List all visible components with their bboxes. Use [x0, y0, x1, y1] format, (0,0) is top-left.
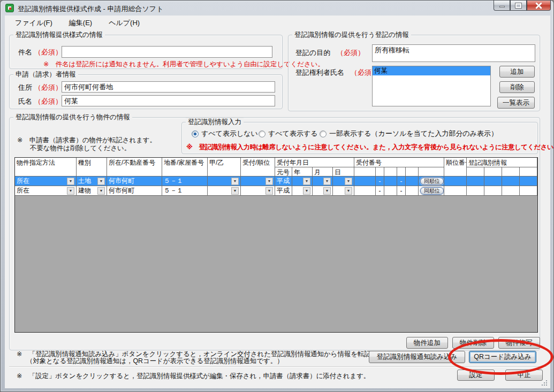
cell-location[interactable]: 何市何町: [107, 176, 162, 186]
cell-id-info[interactable]: [467, 186, 484, 196]
purpose-input[interactable]: 所有権移転: [372, 44, 535, 62]
cell-year-combo[interactable]: ▼: [292, 176, 313, 186]
add-property-button[interactable]: 物件追加: [406, 337, 448, 349]
cell-year-combo[interactable]: ▼: [292, 186, 313, 196]
delete-button[interactable]: 削除: [499, 81, 535, 93]
notice-read-button[interactable]: 登記識別情報通知読み込み: [369, 351, 465, 363]
apply-button[interactable]: 設定: [457, 370, 495, 381]
cell-receipt-num-1[interactable]: [354, 176, 376, 186]
dropdown-arrow-icon[interactable]: ▼: [303, 178, 310, 185]
menu-bar: ファイル(F) 編集(E) ヘルプ(H): [5, 16, 550, 30]
cell-method-combo[interactable]: 所在▼: [15, 186, 77, 196]
cell-id-info[interactable]: [502, 186, 520, 196]
cell-ko-otsu-combo[interactable]: ▼: [208, 176, 241, 186]
delete-property-button[interactable]: 物件削除: [452, 337, 494, 349]
table-row[interactable]: 所在▼ 建物▼ 何市何町 ５－１ ▼ ▼ 平成 ▼ ▼ ▼ - - 同順位: [15, 186, 537, 196]
dropdown-arrow-icon[interactable]: ▼: [265, 187, 273, 195]
maximize-icon: [515, 3, 521, 8]
dropdown-arrow-icon[interactable]: ▼: [303, 187, 310, 195]
add-button[interactable]: 追加: [499, 66, 535, 78]
dropdown-arrow-icon[interactable]: ▼: [231, 187, 239, 195]
cell-rank-number[interactable]: [444, 186, 467, 196]
dropdown-arrow-icon[interactable]: ▼: [67, 187, 74, 195]
cell-receipt-num-2[interactable]: [384, 186, 397, 196]
cell-id-info[interactable]: [467, 176, 484, 186]
cell-dash: -: [397, 186, 406, 196]
cell-uketsuke-combo[interactable]: ▼: [241, 186, 275, 196]
dropdown-arrow-icon[interactable]: ▼: [231, 178, 239, 185]
cell-id-info[interactable]: [520, 176, 537, 186]
cell-month-combo[interactable]: ▼: [313, 176, 333, 186]
purpose-label: 登記の目的: [295, 48, 330, 58]
cell-era[interactable]: 平成: [275, 176, 292, 186]
dropdown-arrow-icon[interactable]: ▼: [67, 178, 74, 185]
holder-list-item[interactable]: 何某: [373, 66, 490, 75]
cancel-button[interactable]: 中止: [505, 370, 543, 381]
radio-show-partial-label: 一部表示する（カーソルを当てた入力部分のみ表示）: [329, 129, 498, 139]
dropdown-arrow-icon[interactable]: ▼: [97, 187, 105, 195]
col-sub-id: [467, 167, 484, 176]
cell-receipt-num-3[interactable]: [406, 186, 419, 196]
dropdown-arrow-icon[interactable]: ▼: [265, 178, 273, 185]
radio-hide-all[interactable]: [192, 130, 199, 137]
dropdown-arrow-icon[interactable]: ▼: [323, 178, 331, 185]
col-header-date: 受付年月日: [275, 158, 354, 167]
cell-receipt-num-2[interactable]: [384, 176, 397, 186]
cell-location[interactable]: 何市何町: [107, 186, 162, 196]
resize-grip[interactable]: [541, 379, 548, 386]
cell-lot[interactable]: ５－１: [162, 186, 208, 196]
cell-type-combo[interactable]: 建物▼: [77, 186, 107, 196]
dropdown-arrow-icon[interactable]: ▼: [323, 187, 331, 195]
radio-show-all[interactable]: [259, 130, 265, 137]
col-header-lot: 地番/家屋番号: [162, 158, 208, 176]
same-rank-button[interactable]: 同順位: [420, 187, 444, 195]
radio-show-partial[interactable]: [320, 130, 327, 137]
qr-read-button[interactable]: QRコード読み込み: [469, 351, 536, 363]
close-button[interactable]: [527, 1, 551, 11]
address-input[interactable]: [62, 81, 275, 93]
cell-dash: -: [397, 176, 406, 186]
title-bar: 登記識別情報提供様式作成 - 申請用総合ソフト: [1, 1, 553, 16]
cell-era[interactable]: 平成: [275, 186, 292, 196]
cell-id-info[interactable]: [484, 186, 502, 196]
holder-listbox[interactable]: 何某: [372, 66, 491, 106]
close-icon: [535, 3, 542, 9]
same-rank-button[interactable]: 同順位: [420, 178, 444, 185]
minimize-button[interactable]: [494, 1, 510, 11]
cell-method-combo[interactable]: 所在▼: [15, 176, 77, 186]
dropdown-arrow-icon[interactable]: ▼: [345, 178, 352, 185]
cell-month-combo[interactable]: ▼: [313, 186, 333, 196]
form-info-group-title: 登記識別情報提供様式の情報: [13, 30, 105, 40]
cell-id-info[interactable]: [502, 176, 520, 186]
col-header-era: 元号: [275, 167, 292, 176]
cell-type-combo[interactable]: 土地▼: [77, 176, 107, 186]
cell-ko-otsu-combo[interactable]: ▼: [208, 186, 241, 196]
dropdown-arrow-icon[interactable]: ▼: [345, 187, 352, 195]
subject-input[interactable]: [62, 46, 272, 58]
cell-day-combo[interactable]: ▼: [333, 186, 354, 196]
col-sub-id: [520, 167, 537, 176]
copy-property-button[interactable]: 物件複写: [498, 337, 540, 349]
table-row[interactable]: 所在▼ 土地▼ 何市何町 ５－１ ▼ ▼ 平成 ▼ ▼ ▼ - - 同順位: [15, 176, 537, 186]
holder-label: 登記権利者氏名: [295, 68, 344, 78]
cell-receipt-num-1[interactable]: [354, 186, 376, 196]
cell-lot[interactable]: ５－１: [162, 176, 208, 186]
cell-receipt-num-3[interactable]: [406, 176, 419, 186]
menu-file[interactable]: ファイル(F): [9, 16, 58, 30]
col-sub-id: [484, 167, 502, 176]
col-header-id-info: 登記識別情報: [467, 158, 537, 167]
list-view-button[interactable]: 一覧表示: [497, 97, 535, 109]
cell-id-info[interactable]: [520, 186, 537, 196]
cell-same-rank: 同順位: [419, 186, 444, 196]
menu-help[interactable]: ヘルプ(H): [103, 16, 146, 30]
id-input-group: 登記識別情報入力 すべて表示しない すべて表示する 一部表示する（カーソルを当て…: [181, 122, 538, 154]
cell-id-info[interactable]: [484, 176, 502, 186]
cell-rank-number[interactable]: [444, 176, 467, 186]
cell-uketsuke-combo[interactable]: ▼: [241, 176, 275, 186]
menu-edit[interactable]: 編集(E): [63, 16, 98, 30]
col-sub-number: [419, 167, 444, 176]
dropdown-arrow-icon[interactable]: ▼: [97, 178, 105, 185]
maximize-button[interactable]: [510, 1, 527, 11]
cell-day-combo[interactable]: ▼: [333, 176, 354, 186]
name-input[interactable]: [62, 95, 275, 106]
